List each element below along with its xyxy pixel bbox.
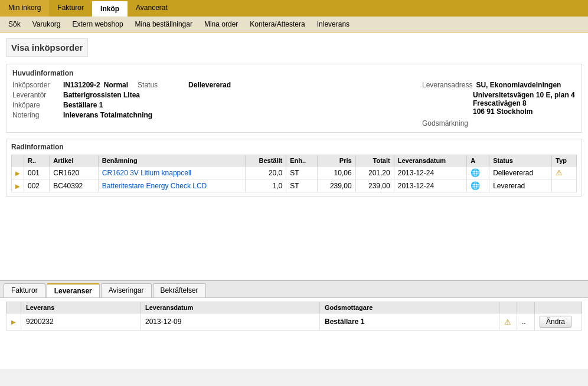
col-typ: Typ bbox=[552, 155, 577, 166]
inkopare-label: Inköpare bbox=[12, 101, 60, 109]
nav-kontera-attestera[interactable]: Kontera/Attestera bbox=[244, 18, 311, 31]
row1-a: 🌐 bbox=[467, 166, 489, 179]
second-navigation: Sök Varukorg Extern webshop Mina beställ… bbox=[0, 17, 588, 32]
nav-avancerat[interactable]: Avancerat bbox=[128, 0, 176, 17]
lev-row1-godsmottagare: Beställare 1 bbox=[320, 313, 499, 331]
leveranser-header: Leverans Leveransdatum Godsmottagare bbox=[6, 302, 582, 313]
nav-sok[interactable]: Sök bbox=[2, 18, 27, 31]
lev-row1-dots[interactable]: .. bbox=[517, 313, 535, 331]
row2-rad: 002 bbox=[24, 179, 50, 192]
row2-benamning[interactable]: Batteritestare Energy Check LCD bbox=[98, 179, 245, 192]
row2-leveransdatum: 2013-12-24 bbox=[394, 179, 467, 192]
tab-aviseringar[interactable]: Aviseringar bbox=[101, 283, 152, 297]
tab-leveranser[interactable]: Leveranser bbox=[47, 283, 100, 297]
adress-line3: Frescativägen 8 bbox=[473, 99, 576, 107]
notering-row: Notering Inleverans Totalmatchning bbox=[12, 111, 231, 119]
tab-bekraftelser[interactable]: Bekräftelser bbox=[153, 283, 206, 297]
adress-line1: SU, Ekonomiavdelningen bbox=[476, 81, 561, 89]
main-content-area: Visa inköpsorder Huvudinformation Inköps… bbox=[0, 32, 588, 280]
huvud-layout: Inköpsorder IN131209-2 Normal Status Del… bbox=[12, 81, 576, 127]
lev-col-leveransdatum: Leveransdatum bbox=[140, 302, 319, 313]
nav-min-inkorg[interactable]: Min inkorg bbox=[0, 0, 49, 17]
row1-totalt: 201,20 bbox=[355, 166, 394, 179]
inkopsorder-value: IN131209-2 bbox=[63, 81, 100, 89]
leverantor-label: Leverantör bbox=[12, 91, 60, 99]
adress-line2: Universitetsvägen 10 E, plan 4 bbox=[473, 91, 576, 99]
bottom-section: Leverans Leveransdatum Godsmottagare ▶ 9… bbox=[0, 298, 588, 369]
col-status: Status bbox=[489, 155, 552, 166]
lev-col-action bbox=[535, 302, 582, 313]
row1-benamning-link[interactable]: CR1620 3V Litium knappcell bbox=[102, 169, 191, 177]
huvudinformation-title: Huvudinformation bbox=[12, 69, 576, 77]
inkopare-value: Beställare 1 bbox=[63, 101, 103, 109]
nav-inleverans[interactable]: Inleverans bbox=[311, 18, 355, 31]
row1-pris: 10,06 bbox=[317, 166, 355, 179]
row1-status: Dellevererad bbox=[489, 166, 552, 179]
row2-pris: 239,00 bbox=[317, 179, 355, 192]
nav-extern-webshop[interactable]: Extern webshop bbox=[67, 18, 129, 31]
row1-expand[interactable]: ▶ bbox=[12, 166, 24, 179]
row1-enhet: ST bbox=[286, 166, 317, 179]
row2-expand[interactable]: ▶ bbox=[12, 179, 24, 192]
notering-label: Notering bbox=[12, 111, 60, 119]
col-expand bbox=[12, 155, 24, 166]
lev-col-dots bbox=[517, 302, 535, 313]
radinformation-section: Radinformation R.. Artikel Benämning Bes… bbox=[6, 139, 582, 197]
top-navigation: Min inkorg Fakturor Inköp Avancerat bbox=[0, 0, 588, 17]
inkopsorder-row: Inköpsorder IN131209-2 Normal Status Del… bbox=[12, 81, 231, 89]
lev-row1-warning: ⚠ bbox=[499, 313, 517, 331]
leverantor-value: Batterigrossisten Litea bbox=[63, 91, 140, 99]
row2-typ bbox=[552, 179, 577, 192]
lev-row1-leverans: 9200232 bbox=[21, 313, 141, 331]
lev-row1-leveransdatum: 2013-12-09 bbox=[140, 313, 319, 331]
warning-icon: ⚠ bbox=[556, 168, 563, 177]
nav-varukorg[interactable]: Varukorg bbox=[27, 18, 67, 31]
col-enhet: Enh.. bbox=[286, 155, 317, 166]
leveranser-table: Leverans Leveransdatum Godsmottagare ▶ 9… bbox=[6, 302, 582, 331]
col-artikel: Artikel bbox=[50, 155, 99, 166]
lev-row1-andra[interactable]: Ändra bbox=[535, 313, 582, 331]
expand-arrow-icon[interactable]: ▶ bbox=[11, 319, 16, 325]
col-a: A bbox=[467, 155, 489, 166]
huvud-left-info: Inköpsorder IN131209-2 Normal Status Del… bbox=[12, 81, 231, 127]
page-title: Visa inköpsorder bbox=[6, 38, 88, 57]
row2-status: Levererad bbox=[489, 179, 552, 192]
col-leveransdatum: Leveransdatum bbox=[394, 155, 467, 166]
row2-a: 🌐 bbox=[467, 179, 489, 192]
leveransadress-label: Leveransadress bbox=[422, 81, 472, 89]
status-value: Dellevererad bbox=[188, 81, 231, 89]
lev-col-icon bbox=[499, 302, 517, 313]
nav-fakturor[interactable]: Fakturor bbox=[49, 0, 92, 17]
lev-col-expand bbox=[6, 302, 21, 313]
row2-totalt: 239,00 bbox=[355, 179, 394, 192]
row2-bestalt: 1,0 bbox=[246, 179, 286, 192]
col-totalt: Totalt bbox=[355, 155, 394, 166]
adress-line4: 106 91 Stockholm bbox=[473, 107, 576, 116]
nav-inkop[interactable]: Inköp bbox=[92, 0, 128, 17]
nav-mina-bestallningar[interactable]: Mina beställningar bbox=[129, 18, 198, 31]
godsmärkning-label: Godsmärkning bbox=[422, 119, 468, 127]
rad-table: R.. Artikel Benämning Beställt Enh.. Pri… bbox=[11, 155, 577, 192]
bottom-tabs-bar: Fakturor Leveranser Aviseringar Bekräfte… bbox=[0, 280, 588, 298]
expand-arrow-icon[interactable]: ▶ bbox=[15, 170, 20, 176]
godsmärkning-row: Godsmärkning bbox=[422, 119, 576, 127]
col-rad: R.. bbox=[24, 155, 50, 166]
lev-col-godsmottagare: Godsmottagare bbox=[320, 302, 499, 313]
row1-leveransdatum: 2013-12-24 bbox=[394, 166, 467, 179]
expand-arrow-icon[interactable]: ▶ bbox=[15, 183, 20, 189]
leverans-row: ▶ 9200232 2013-12-09 Beställare 1 ⚠ .. Ä… bbox=[6, 313, 582, 331]
col-bestalt: Beställt bbox=[246, 155, 286, 166]
row2-artikel: BC40392 bbox=[50, 179, 99, 192]
andra-button[interactable]: Ändra bbox=[540, 316, 571, 328]
col-pris: Pris bbox=[317, 155, 355, 166]
lev-row1-expand[interactable]: ▶ bbox=[6, 313, 21, 331]
rad-table-header: R.. Artikel Benämning Beställt Enh.. Pri… bbox=[12, 155, 577, 166]
lev-col-leverans: Leverans bbox=[21, 302, 141, 313]
row2-benamning-link[interactable]: Batteritestare Energy Check LCD bbox=[102, 182, 207, 190]
nav-mina-order[interactable]: Mina order bbox=[198, 18, 244, 31]
globe-icon: 🌐 bbox=[471, 168, 480, 177]
leverantor-row: Leverantör Batterigrossisten Litea bbox=[12, 91, 231, 99]
adress-lines: Universitetsvägen 10 E, plan 4 Frescativ… bbox=[473, 91, 576, 116]
tab-fakturor[interactable]: Fakturor bbox=[4, 283, 45, 297]
row1-benamning[interactable]: CR1620 3V Litium knappcell bbox=[98, 166, 245, 179]
